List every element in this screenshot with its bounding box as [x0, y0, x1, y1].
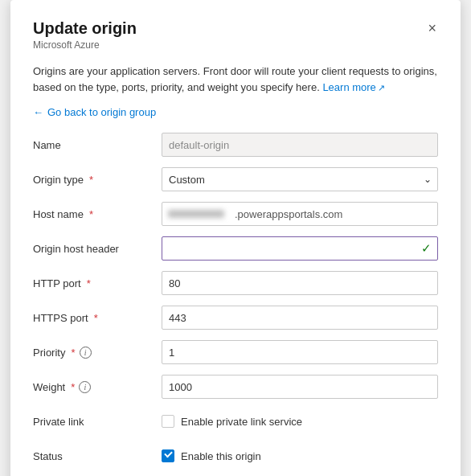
weight-row: Weight* i [33, 375, 438, 399]
status-row: Status Enable this origin [33, 444, 438, 468]
https-port-input[interactable] [162, 306, 438, 330]
weight-label: Weight* i [33, 381, 162, 393]
status-checkbox-row: Enable this origin [162, 449, 438, 462]
http-port-row: HTTP port* [33, 271, 438, 295]
https-port-row: HTTPS port* [33, 306, 438, 330]
https-port-control [162, 306, 438, 330]
origin-host-header-input[interactable] [162, 236, 438, 261]
hostname-blur-overlay [168, 210, 224, 218]
origin-type-row: Origin type* Custom ⌄ [33, 167, 438, 191]
origin-host-header-label: Origin host header [33, 243, 162, 255]
weight-control [162, 375, 438, 399]
title-area: Update origin Microsoft Azure [33, 19, 137, 62]
http-port-control [162, 271, 438, 295]
http-port-input[interactable] [162, 271, 438, 295]
priority-input[interactable] [162, 340, 438, 364]
priority-row: Priority* i [33, 340, 438, 364]
host-name-row: Host name* [33, 202, 438, 226]
learn-more-link[interactable]: Learn more↗ [322, 81, 384, 93]
status-control: Enable this origin [162, 449, 438, 462]
priority-control [162, 340, 438, 364]
back-to-origin-group-link[interactable]: ← Go back to origin group [33, 106, 438, 118]
origin-host-header-wrap: ✓ [162, 236, 438, 261]
name-label: Name [33, 139, 162, 151]
origin-type-required: * [89, 174, 93, 186]
host-name-control [162, 202, 438, 226]
priority-info-icon[interactable]: i [80, 347, 92, 359]
origin-host-header-row: Origin host header ✓ [33, 236, 438, 261]
https-port-required: * [94, 312, 98, 324]
description-text: Origins are your application servers. Fr… [33, 64, 438, 95]
name-row: Name [33, 133, 438, 157]
origin-type-label: Origin type* [33, 174, 162, 186]
update-origin-panel: Update origin Microsoft Azure × Origins … [10, 0, 461, 476]
private-link-control: Enable private link service [162, 415, 438, 428]
back-arrow-icon: ← [33, 106, 43, 118]
private-link-row: Private link Enable private link service [33, 409, 438, 433]
http-port-label: HTTP port* [33, 277, 162, 289]
status-checkbox[interactable] [162, 449, 174, 462]
origin-type-control: Custom ⌄ [162, 167, 438, 191]
name-control [162, 133, 438, 157]
panel-subtitle: Microsoft Azure [33, 39, 137, 51]
close-button[interactable]: × [426, 21, 438, 35]
host-name-label: Host name* [33, 208, 162, 220]
http-port-required: * [87, 277, 91, 289]
private-link-checkbox-label: Enable private link service [181, 416, 302, 428]
hostname-wrap [162, 202, 438, 226]
external-link-icon: ↗ [378, 83, 385, 92]
origin-type-select[interactable]: Custom [162, 167, 438, 191]
priority-label: Priority* i [33, 347, 162, 359]
origin-type-select-wrap: Custom ⌄ [162, 167, 438, 191]
weight-input[interactable] [162, 375, 438, 399]
private-link-checkbox-row: Enable private link service [162, 415, 438, 428]
name-input [162, 133, 438, 157]
status-label: Status [33, 450, 162, 462]
weight-required: * [71, 381, 75, 393]
panel-header: Update origin Microsoft Azure × [33, 19, 438, 62]
weight-info-icon[interactable]: i [79, 381, 91, 393]
private-link-label: Private link [33, 416, 162, 428]
priority-required: * [71, 347, 75, 359]
status-checkbox-label: Enable this origin [181, 450, 261, 462]
private-link-checkbox[interactable] [162, 415, 174, 428]
https-port-label: HTTPS port* [33, 312, 162, 324]
host-name-required: * [89, 208, 93, 220]
origin-host-header-control: ✓ [162, 236, 438, 261]
panel-title: Update origin [33, 19, 137, 38]
